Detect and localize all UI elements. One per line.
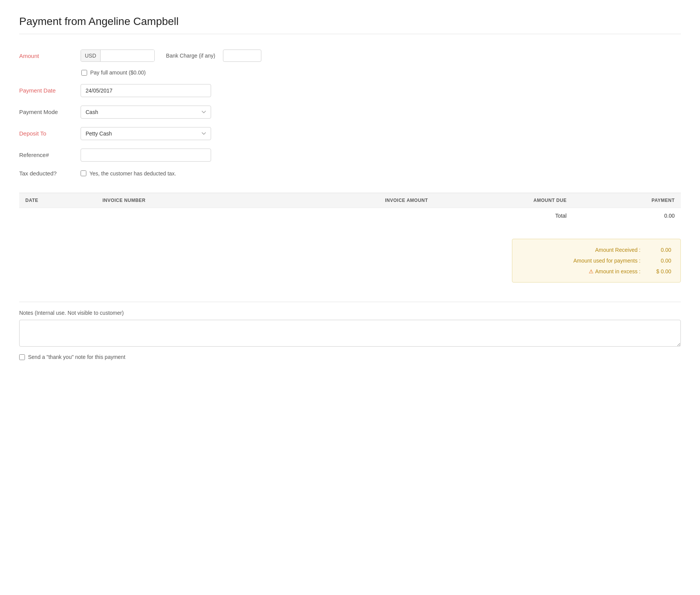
table-total-row: Total 0.00 <box>19 208 681 224</box>
payment-date-controls <box>81 84 681 97</box>
amount-excess-label-container: ⚠Amount in excess : <box>522 268 648 274</box>
thank-you-checkbox[interactable] <box>19 354 25 360</box>
amount-controls: USD Bank Charge (if any) Pay full amount… <box>81 50 681 76</box>
reference-controls <box>81 149 681 162</box>
payment-mode-controls: Cash Check Credit Card Bank Transfer <box>81 106 681 119</box>
warning-icon: ⚠ <box>589 268 594 274</box>
amount-received-row: Amount Received : 0.00 <box>522 247 671 253</box>
bank-charge-input[interactable] <box>223 50 261 62</box>
notes-textarea[interactable] <box>19 320 681 347</box>
tax-deducted-label: Tax deducted? <box>19 170 81 177</box>
bank-charge-label: Bank Charge (if any) <box>166 53 215 59</box>
tax-deducted-checkbox[interactable] <box>81 170 86 176</box>
amount-used-row: Amount used for payments : 0.00 <box>522 258 671 264</box>
tax-checkbox-group: Yes, the customer has deducted tax. <box>81 170 176 177</box>
deposit-to-select[interactable]: Petty Cash Savings Account Checking Acco… <box>81 127 211 140</box>
amount-excess-row: ⚠Amount in excess : $ 0.00 <box>522 268 671 274</box>
total-value: 0.00 <box>573 208 681 224</box>
amount-received-value: 0.00 <box>648 247 671 253</box>
page-title: Payment from Angeline Campbell <box>19 15 681 34</box>
amount-input-group: USD <box>81 50 155 62</box>
total-empty-3 <box>266 208 434 224</box>
payment-date-row: Payment Date <box>19 84 681 97</box>
payment-date-label: Payment Date <box>19 84 81 94</box>
col-invoice-number: INVOICE NUMBER <box>96 193 266 208</box>
total-empty-2 <box>96 208 266 224</box>
payment-mode-label: Payment Mode <box>19 106 81 115</box>
pay-full-amount-label: Pay full amount ($0.00) <box>90 69 146 76</box>
amount-row: Amount USD Bank Charge (if any) Pay full… <box>19 50 681 76</box>
payment-date-input[interactable] <box>81 84 211 97</box>
amount-received-label: Amount Received : <box>522 247 648 253</box>
amount-used-value: 0.00 <box>648 258 671 264</box>
amount-input[interactable] <box>101 50 154 61</box>
reference-label: Reference# <box>19 149 81 158</box>
pay-full-amount-checkbox[interactable] <box>81 70 87 76</box>
col-date: DATE <box>19 193 96 208</box>
currency-tag: USD <box>81 50 101 61</box>
tax-deducted-row: Tax deducted? Yes, the customer has dedu… <box>19 170 681 177</box>
deposit-to-controls: Petty Cash Savings Account Checking Acco… <box>81 127 681 140</box>
deposit-to-row: Deposit To Petty Cash Savings Account Ch… <box>19 127 681 140</box>
thank-you-label: Send a "thank you" note for this payment <box>28 354 125 360</box>
amount-label: Amount <box>19 50 81 59</box>
tax-deducted-checkbox-label: Yes, the customer has deducted tax. <box>89 170 176 177</box>
amount-used-label: Amount used for payments : <box>522 258 648 264</box>
summary-container: Amount Received : 0.00 Amount used for p… <box>19 231 681 290</box>
reference-input[interactable] <box>81 149 211 162</box>
total-label: Total <box>434 208 573 224</box>
payment-mode-row: Payment Mode Cash Check Credit Card Bank… <box>19 106 681 119</box>
deposit-to-label: Deposit To <box>19 127 81 137</box>
total-empty-1 <box>19 208 96 224</box>
invoice-table: DATE INVOICE NUMBER INVOICE AMOUNT AMOUN… <box>19 193 681 223</box>
pay-full-amount-row: Pay full amount ($0.00) <box>81 69 146 76</box>
thank-you-row: Send a "thank you" note for this payment <box>19 354 681 360</box>
table-header-row: DATE INVOICE NUMBER INVOICE AMOUNT AMOUN… <box>19 193 681 208</box>
summary-box: Amount Received : 0.00 Amount used for p… <box>512 239 681 283</box>
col-invoice-amount: INVOICE AMOUNT <box>266 193 434 208</box>
reference-row: Reference# <box>19 149 681 162</box>
col-payment: PAYMENT <box>573 193 681 208</box>
col-amount-due: AMOUNT DUE <box>434 193 573 208</box>
amount-excess-label: Amount in excess : <box>595 268 641 274</box>
payment-mode-select[interactable]: Cash Check Credit Card Bank Transfer <box>81 106 211 119</box>
notes-section: Notes (Internal use. Not visible to cust… <box>19 302 681 360</box>
amount-excess-value: $ 0.00 <box>648 268 671 274</box>
notes-label: Notes (Internal use. Not visible to cust… <box>19 310 681 316</box>
